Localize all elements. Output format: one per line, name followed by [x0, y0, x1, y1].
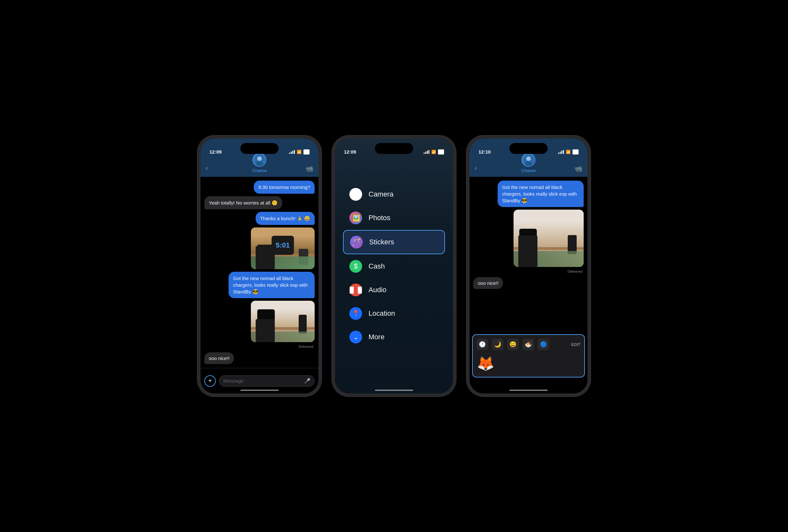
- menu-item-more[interactable]: ⌄ More: [343, 326, 445, 348]
- msg-bubble-3: Thanks a bunch! 🙏 😄: [256, 212, 315, 225]
- location-menu-icon: 📍: [349, 307, 362, 320]
- message-input-1[interactable]: iMessage 🎤: [219, 375, 315, 387]
- photos-menu-icon: 🖼️: [349, 211, 362, 224]
- cash-label: Cash: [369, 262, 385, 270]
- shelf-image-1: 5:01: [251, 227, 315, 269]
- time-3: 12:10: [478, 149, 491, 155]
- menu-item-stickers[interactable]: 🪄 Stickers: [343, 230, 445, 254]
- sticker-fox[interactable]: 🦊: [476, 354, 494, 372]
- contact-name-3[interactable]: Chance: [521, 168, 536, 173]
- msg-bubble-p3-1: Got the new nomad all black chargers, lo…: [498, 181, 584, 207]
- camera-menu-icon: [349, 188, 362, 201]
- audio-label: Audio: [369, 286, 386, 294]
- msg-bubble-2: Yeah totally! No worries at all 🙂: [204, 196, 282, 209]
- camera-label: Camera: [369, 190, 393, 199]
- svg-point-1: [257, 157, 262, 161]
- cash-menu-icon: $: [349, 260, 362, 273]
- svg-point-4: [526, 157, 531, 161]
- battery-icon-3: 60: [572, 149, 578, 155]
- audio-menu-icon: ▐▌▐▌: [349, 284, 362, 296]
- sticker-tab-clock[interactable]: 🕐: [476, 339, 488, 350]
- phone-1: 12:09 📶 60 ‹: [197, 136, 322, 396]
- more-menu-icon: ⌄: [349, 331, 362, 343]
- wifi-icon-2: 📶: [431, 150, 436, 154]
- shelf-image-p3: [514, 210, 584, 267]
- screen-2: 12:09 📶 60 Camera: [335, 139, 453, 393]
- sticker-tab-food[interactable]: 🍜: [523, 339, 534, 350]
- screen-1: 12:09 📶 60 ‹: [200, 139, 318, 393]
- dynamic-island-1: [240, 143, 279, 154]
- home-indicator-1: [240, 390, 279, 391]
- phone-3: 12:10 📶 60 ‹: [466, 136, 591, 396]
- menu-item-camera[interactable]: Camera: [343, 183, 445, 206]
- signal-icon-3: [558, 150, 564, 154]
- menu-item-cash[interactable]: $ Cash: [343, 255, 445, 278]
- msg-image-1: 5:01: [251, 227, 315, 269]
- add-button-1[interactable]: +: [204, 375, 216, 387]
- msg-bubble-4: Got the new nomad all black chargers, lo…: [229, 272, 315, 298]
- time-1: 12:09: [210, 149, 221, 155]
- signal-icon-1: [289, 150, 295, 154]
- msg-image-2: [251, 301, 315, 343]
- status-bar-2: 12:09 📶 60: [335, 139, 453, 157]
- stickers-label: Stickers: [369, 238, 394, 246]
- back-button-3[interactable]: ‹: [475, 164, 477, 172]
- signal-icon-2: [423, 150, 429, 154]
- facetime-button-1[interactable]: 📹: [306, 165, 313, 172]
- time-2: 12:09: [344, 149, 356, 155]
- stickers-menu-icon: 🪄: [350, 236, 363, 248]
- back-button-1[interactable]: ‹: [205, 164, 208, 172]
- sticker-picker: 🕐 🌙 😀 🍜 🔵 EDIT 🦊: [472, 334, 585, 377]
- photos-label: Photos: [369, 214, 391, 222]
- status-icons-1: 📶 60: [289, 149, 310, 155]
- msg-bubble-p3-2: ooo nice!!: [473, 277, 503, 289]
- more-label: More: [369, 333, 385, 341]
- home-indicator-3: [509, 390, 548, 391]
- mic-icon-1[interactable]: 🎤: [304, 378, 311, 384]
- sticker-tabs: 🕐 🌙 😀 🍜 🔵 EDIT: [476, 339, 580, 350]
- dynamic-island-3: [509, 143, 548, 154]
- battery-icon-2: 60: [438, 149, 444, 155]
- phone-2: 12:09 📶 60 Camera: [332, 136, 456, 396]
- home-indicator-2: [375, 390, 413, 391]
- sticker-tab-moon[interactable]: 🌙: [492, 339, 503, 350]
- delivered-3: Delivered: [568, 269, 584, 273]
- location-label: Location: [369, 309, 395, 318]
- wifi-icon-1: 📶: [297, 150, 301, 154]
- menu-item-location[interactable]: 📍 Location: [343, 302, 445, 325]
- sticker-tab-emoji[interactable]: 😀: [507, 339, 519, 350]
- sticker-tab-app[interactable]: 🔵: [538, 339, 549, 350]
- facetime-button-3[interactable]: 📹: [574, 165, 583, 172]
- msg-bubble-1: 9:30 tomorrow morning?: [254, 181, 315, 194]
- battery-icon-1: 60: [303, 149, 310, 155]
- input-placeholder-1: iMessage: [223, 378, 243, 384]
- screen-3: 12:10 📶 60 ‹: [470, 139, 588, 393]
- sticker-content: 🦊: [476, 354, 580, 373]
- menu-item-audio[interactable]: ▐▌▐▌ Audio: [343, 279, 445, 301]
- wifi-icon-3: 📶: [566, 150, 571, 154]
- attachment-menu: Camera 🖼️ Photos 🪄 Stickers $ Cash ▐▌▐▌ …: [343, 183, 445, 349]
- contact-name-1[interactable]: Chance: [253, 168, 267, 173]
- status-icons-3: 📶 60: [558, 149, 578, 155]
- menu-item-photos[interactable]: 🖼️ Photos: [343, 206, 445, 229]
- camera-circle-icon: [350, 189, 361, 200]
- sticker-edit-button[interactable]: EDIT: [571, 342, 580, 347]
- messages-area-1: 9:30 tomorrow morning? Yeah totally! No …: [200, 177, 318, 368]
- delivered-1: Delivered: [299, 345, 315, 348]
- status-icons-2: 📶 60: [423, 149, 444, 155]
- shelf-image-2: [251, 301, 315, 343]
- messages-area-3: Got the new nomad all black chargers, lo…: [470, 177, 588, 330]
- msg-bubble-5: ooo nice!!: [204, 352, 234, 364]
- msg-image-p3: [514, 210, 584, 267]
